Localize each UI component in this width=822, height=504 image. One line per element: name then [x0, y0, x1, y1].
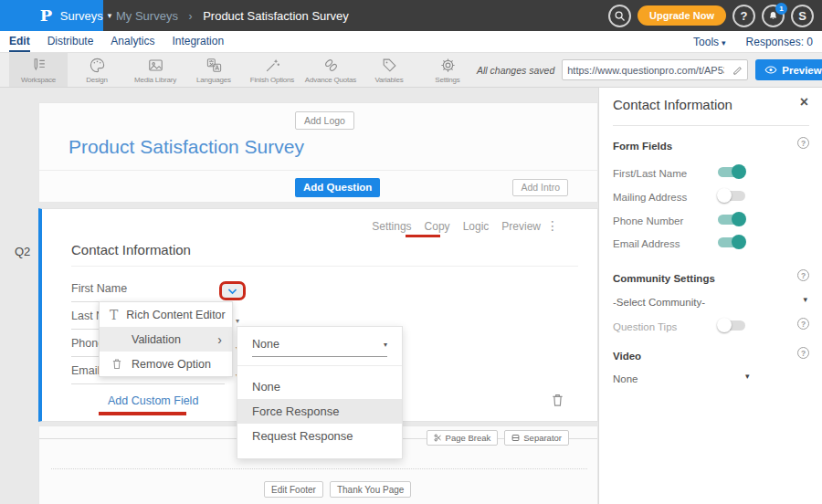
- validation-option-request-response[interactable]: Request Response: [237, 424, 402, 448]
- toggle-first-last-name[interactable]: [718, 167, 745, 177]
- toolbar-item-variables[interactable]: Variables: [360, 53, 418, 87]
- toolbar-item-advance-quotas[interactable]: Advance Quotas: [301, 53, 360, 87]
- toolbar-item-languages[interactable]: Languages: [184, 53, 243, 87]
- breadcrumb-parent[interactable]: My Surveys: [116, 9, 178, 23]
- question-tips-row: Question Tips ?: [613, 318, 809, 332]
- menu-item-validation[interactable]: Validation ›: [100, 327, 232, 352]
- question-number: Q2: [15, 245, 30, 258]
- preview-button[interactable]: Preview: [755, 59, 822, 80]
- validation-select[interactable]: None ▾: [252, 338, 387, 357]
- toggle-email-address[interactable]: [718, 237, 745, 247]
- survey-editor-app: P Surveys ▾ My Surveys › Product Satisfa…: [0, 0, 822, 504]
- toolbar-item-media-library[interactable]: Media Library: [126, 53, 184, 87]
- question-more-menu[interactable]: ⋮: [546, 218, 559, 233]
- help-button[interactable]: ?: [732, 5, 755, 27]
- breadcrumb: My Surveys › Product Satisfaction Survey: [116, 9, 349, 23]
- question-settings-link[interactable]: Settings: [372, 220, 411, 233]
- toolbar-item-design[interactable]: Design: [68, 53, 126, 87]
- translate-icon: [206, 57, 223, 74]
- toggle-row-phone-number: Phone Number: [613, 212, 809, 226]
- notifications-button[interactable]: 1: [762, 5, 785, 27]
- help-icon[interactable]: ?: [797, 137, 809, 149]
- help-icon[interactable]: ?: [797, 318, 809, 330]
- edit-footer-button[interactable]: Edit Footer: [264, 481, 323, 498]
- menu-item-remove-option[interactable]: Remove Option: [100, 352, 232, 376]
- validation-selected-value: None: [252, 338, 279, 351]
- menu-item-rich-content-editor[interactable]: T Rich Content Editor: [100, 302, 232, 327]
- annotation-underline-settings: [406, 235, 440, 237]
- tab-analytics[interactable]: Analytics: [111, 31, 154, 52]
- tools-dropdown[interactable]: Tools▾: [693, 36, 726, 48]
- product-menu[interactable]: P Surveys ▾: [0, 0, 103, 31]
- question-tips-label: Question Tips: [613, 321, 677, 332]
- survey-title[interactable]: Product Satisfaction Survey: [68, 136, 304, 158]
- add-custom-field-link[interactable]: Add Custom Field: [108, 394, 198, 407]
- divider: [71, 266, 578, 267]
- chain-link-icon: [322, 57, 340, 74]
- gear-icon: [439, 57, 457, 74]
- add-question-button[interactable]: Add Question: [295, 178, 380, 197]
- field-first-name[interactable]: First Name: [71, 276, 225, 302]
- responses-count[interactable]: Responses: 0: [746, 36, 813, 48]
- image-icon: [147, 57, 164, 74]
- notification-badge: 1: [775, 3, 787, 15]
- validation-panel: None ▾ None Force Response Request Respo…: [237, 326, 403, 459]
- tab-integration[interactable]: Integration: [172, 31, 224, 52]
- magic-wand-icon: [264, 57, 281, 74]
- toolbar-item-finish-options[interactable]: Finish Options: [243, 53, 301, 87]
- validation-option-none[interactable]: None: [237, 374, 402, 399]
- upgrade-now-button[interactable]: Upgrade Now: [638, 5, 726, 26]
- question-title[interactable]: Contact Information: [71, 242, 191, 257]
- toolbar-right: All changes saved Preview: [477, 53, 822, 87]
- page-break-button[interactable]: Page Break: [427, 430, 499, 446]
- question-actions: Settings Copy Logic Preview: [372, 220, 541, 233]
- toggle-mailing-address[interactable]: [718, 191, 745, 201]
- video-header-row: Video ?: [613, 347, 809, 362]
- search-button[interactable]: [608, 5, 631, 27]
- question-settings-panel: Contact Information × Form Fields ? Firs…: [598, 88, 822, 504]
- add-intro-button[interactable]: Add Intro: [512, 179, 568, 196]
- validation-options: None Force Response Request Response: [237, 374, 402, 448]
- help-icon[interactable]: ?: [797, 269, 809, 281]
- preview-label: Preview: [782, 65, 821, 76]
- toolbar-item-settings[interactable]: Settings: [418, 53, 477, 87]
- chevron-down-icon: ▾: [108, 11, 112, 20]
- question-copy-link[interactable]: Copy: [425, 220, 450, 233]
- separator-button[interactable]: Separator: [504, 430, 569, 446]
- editor-toolbar: Workspace Design Media Library Languages…: [0, 53, 822, 88]
- survey-url-input[interactable]: [563, 65, 729, 76]
- video-select-row[interactable]: None ▾: [613, 370, 809, 384]
- chevron-down-icon: [227, 287, 238, 296]
- community-settings-header: Community Settings: [613, 273, 715, 284]
- question-mark-icon: ?: [741, 9, 748, 23]
- field-option-menu: T Rich Content Editor Validation › Remov…: [99, 301, 233, 377]
- field-options-chevron-annotated[interactable]: [219, 281, 246, 300]
- avatar-initial: S: [798, 9, 806, 23]
- help-icon[interactable]: ?: [797, 347, 809, 359]
- avatar[interactable]: S: [791, 5, 814, 27]
- community-select-row[interactable]: -Select Community- ▾: [613, 293, 809, 308]
- caret-down-icon[interactable]: ▾: [236, 317, 239, 325]
- survey-url-box: [562, 59, 748, 80]
- delete-question-button[interactable]: [551, 393, 564, 411]
- survey-header-card: Add Logo Product Satisfaction Survey Add…: [38, 102, 598, 203]
- edit-url-button[interactable]: [729, 65, 747, 76]
- toggle-question-tips[interactable]: [718, 320, 745, 331]
- break-buttons: Page Break Separator: [427, 430, 569, 446]
- tools-label: Tools: [693, 36, 719, 48]
- tab-edit[interactable]: Edit: [9, 31, 30, 52]
- question-logic-link[interactable]: Logic: [463, 220, 490, 233]
- footer-buttons: Edit Footer Thank You Page: [264, 481, 411, 498]
- video-select-value: None: [613, 373, 638, 384]
- validation-option-force-response[interactable]: Force Response: [237, 399, 402, 424]
- close-icon[interactable]: ×: [800, 95, 808, 110]
- tab-distribute[interactable]: Distribute: [47, 31, 94, 52]
- thank-you-page-button[interactable]: Thank You Page: [330, 481, 411, 498]
- toolbar-item-workspace[interactable]: Workspace: [9, 53, 68, 87]
- questionpro-logo-icon: P: [40, 6, 52, 25]
- toggle-phone-number[interactable]: [718, 215, 745, 225]
- tag-icon: [381, 57, 398, 74]
- add-logo-button[interactable]: Add Logo: [295, 111, 354, 130]
- question-preview-link[interactable]: Preview: [501, 220, 541, 233]
- breadcrumb-current: Product Satisfaction Survey: [203, 9, 349, 23]
